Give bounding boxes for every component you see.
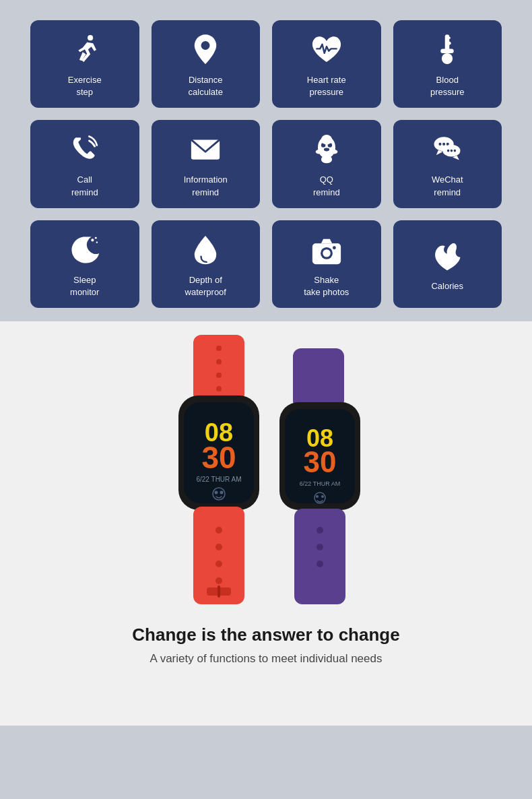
message-icon (188, 132, 223, 167)
blood-pressure-icon (430, 32, 465, 67)
svg-point-65 (317, 561, 323, 567)
svg-rect-52 (218, 585, 220, 598)
distance-icon (188, 32, 223, 67)
svg-point-61 (321, 495, 324, 498)
svg-point-32 (333, 246, 336, 249)
call-icon (67, 132, 102, 167)
red-watch: 08 30 6/22 THUR AM (145, 335, 293, 604)
svg-text:6/22 THUR AM: 6/22 THUR AM (300, 480, 340, 487)
svg-point-5 (448, 42, 451, 45)
svg-point-63 (317, 527, 323, 534)
camera-icon (309, 232, 344, 267)
exercise-icon (67, 32, 102, 67)
svg-point-45 (220, 491, 224, 494)
svg-point-10 (316, 150, 323, 154)
svg-point-49 (215, 561, 222, 567)
svg-point-26 (91, 238, 94, 241)
tagline-main: Change is the answer to change (132, 625, 399, 645)
svg-text:30: 30 (201, 440, 236, 475)
svg-point-31 (323, 249, 330, 257)
svg-point-25 (454, 150, 457, 152)
svg-point-0 (88, 35, 93, 40)
svg-point-37 (216, 386, 222, 391)
svg-point-1 (201, 41, 210, 50)
svg-rect-53 (293, 348, 344, 409)
svg-point-9 (321, 156, 332, 163)
feature-card-blood-pressure: Bloodpressure (393, 20, 502, 108)
sleep-label: Sleepmonitor (70, 274, 99, 298)
feature-card-call: Callremind (30, 120, 139, 207)
svg-point-19 (442, 143, 445, 146)
features-section: Exercisestep Distancecalculate Heart rat… (0, 0, 532, 321)
svg-point-6 (448, 37, 451, 39)
bottom-section: 08 30 6/22 THUR AM (0, 321, 532, 726)
calories-icon (430, 238, 465, 274)
wechat-label: WeChatremind (432, 174, 463, 198)
information-label: Informationremind (184, 174, 228, 198)
feature-card-wechat: WeChatremind (393, 120, 502, 207)
waterproof-icon (188, 232, 223, 267)
svg-text:30: 30 (304, 445, 337, 478)
exercise-label: Exercisestep (68, 74, 102, 98)
svg-point-47 (215, 527, 222, 534)
svg-point-34 (216, 346, 222, 351)
svg-point-48 (215, 544, 222, 550)
call-label: Callremind (71, 174, 98, 198)
svg-point-11 (331, 150, 337, 154)
wechat-icon (430, 132, 465, 167)
svg-text:6/22 THUR AM: 6/22 THUR AM (196, 476, 241, 483)
feature-card-information: Informationremind (152, 120, 261, 207)
svg-point-23 (447, 150, 450, 152)
distance-label: Distancecalculate (189, 74, 223, 98)
feature-card-sleep: Sleepmonitor (30, 220, 139, 308)
svg-point-15 (321, 135, 332, 145)
svg-point-18 (439, 143, 442, 146)
svg-point-24 (451, 150, 453, 152)
svg-point-60 (316, 495, 319, 498)
tagline-sub: A variety of functions to meet individua… (132, 652, 399, 666)
heart-rate-icon (309, 32, 344, 67)
svg-rect-33 (193, 335, 244, 402)
svg-point-35 (216, 359, 222, 364)
svg-point-64 (317, 544, 323, 550)
waterproof-label: Depth ofwaterproof (185, 274, 226, 298)
camera-label: Shaketake photos (304, 274, 349, 298)
qq-label: QQremind (313, 174, 340, 198)
svg-rect-3 (441, 49, 455, 53)
svg-rect-62 (294, 509, 345, 604)
feature-card-qq: QQremind (272, 120, 381, 207)
svg-point-27 (95, 236, 97, 238)
feature-card-heart-rate: Heart ratepressure (272, 20, 381, 108)
svg-point-36 (216, 373, 222, 378)
feature-card-waterproof: Depth ofwaterproof (152, 220, 261, 308)
watches-display: 08 30 6/22 THUR AM (0, 321, 532, 604)
feature-card-exercise: Exercisestep (30, 20, 139, 108)
calories-label: Calories (431, 280, 463, 292)
blood-pressure-label: Bloodpressure (430, 74, 465, 98)
tagline-section: Change is the answer to change A variety… (105, 604, 426, 693)
svg-point-28 (96, 241, 97, 243)
sleep-icon (67, 232, 102, 267)
svg-point-44 (215, 491, 218, 494)
red-watch-svg: 08 30 6/22 THUR AM (145, 335, 293, 604)
qq-icon (309, 132, 344, 167)
heart-rate-label: Heart ratepressure (307, 74, 346, 98)
feature-card-calories: Calories (393, 220, 502, 308)
svg-point-14 (324, 148, 329, 152)
svg-point-50 (215, 577, 222, 584)
feature-card-camera: Shaketake photos (272, 220, 381, 308)
svg-point-4 (442, 53, 453, 64)
features-grid: Exercisestep Distancecalculate Heart rat… (30, 20, 502, 308)
feature-card-distance: Distancecalculate (152, 20, 261, 108)
